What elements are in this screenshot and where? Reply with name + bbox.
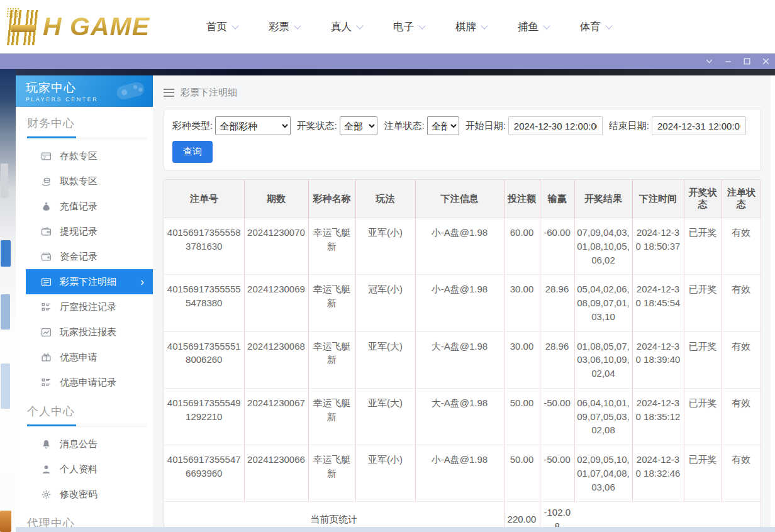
sidebar-item-label: 优惠申请记录 (60, 377, 116, 389)
table-cell: 亚军(小) (355, 445, 415, 502)
sidebar-item[interactable]: 资金记录 (16, 244, 153, 269)
table-cell: 已开奖 (684, 275, 722, 331)
sidebar-section-title: 财务中心 (16, 107, 153, 131)
query-button[interactable]: 查询 (172, 141, 213, 163)
window-controls (705, 53, 770, 69)
sidebar-item-label: 修改密码 (60, 489, 98, 501)
table-row: 40156917355549129221020241230067幸运飞艇新亚军(… (164, 388, 761, 445)
nav-item-label: 电子 (393, 20, 414, 34)
window-close-icon[interactable] (762, 57, 770, 65)
table-cell: 28.96 (540, 275, 574, 331)
page-title: 彩票下注明细 (181, 87, 237, 99)
table-cell: 幸运飞艇新 (308, 275, 355, 331)
bets-table: 注单号期数彩种名称玩法下注信息投注额输赢开奖结果下注时间开奖状态注单状态4015… (164, 180, 761, 527)
logo-mark-icon (6, 9, 42, 45)
sidebar-item[interactable]: 修改密码 (16, 482, 153, 507)
filter-panel: 彩种类型: 全部彩种 开奖状态: 全部 注单状态: 全部 开始日期: 结束日期:… (164, 109, 761, 170)
nav-item-1[interactable]: 彩票 (269, 20, 300, 34)
summary-cell: 220.00 (504, 502, 540, 527)
table-cell: -50.00 (540, 388, 574, 445)
window-maximize-icon[interactable] (743, 57, 751, 65)
sidebar-item-label: 彩票下注明细 (60, 276, 116, 288)
table-cell: 50.00 (504, 445, 540, 502)
nav-item-3[interactable]: 电子 (393, 20, 425, 34)
column-header: 开奖结果 (574, 180, 632, 218)
table-row: 40156917355547669396020241230066幸运飞艇新亚军(… (164, 445, 761, 502)
table-row: 40156917355555547838020241230069幸运飞艇新冠军(… (164, 275, 761, 331)
nav-item-5[interactable]: 捕鱼 (518, 20, 549, 34)
sidebar-item[interactable]: 彩票下注明细› (26, 269, 153, 294)
hamburger-icon[interactable] (164, 89, 174, 97)
nav-item-2[interactable]: 真人 (331, 20, 362, 34)
sidebar-item[interactable]: 优惠申请 (16, 345, 153, 370)
breadcrumb: 彩票下注明细 (164, 84, 761, 101)
hall-record-icon (41, 302, 52, 313)
logo-text: H GAME (43, 12, 150, 42)
sidebar-item[interactable]: 提现记录 (16, 219, 153, 244)
sidebar-item-label: 优惠申请 (60, 352, 98, 363)
window-minimize-icon[interactable] (724, 57, 732, 65)
sidebar-item-label: 提现记录 (60, 226, 98, 238)
column-header: 注单号 (164, 180, 244, 218)
lottery-detail-icon (41, 277, 52, 287)
sidebar-item[interactable]: 玩家投注报表 (16, 319, 153, 345)
table-cell: 已开奖 (684, 331, 722, 388)
sidebar-section-title: 代理中心 (16, 507, 153, 527)
nav-item-4[interactable]: 棋牌 (455, 20, 487, 34)
table-cell: 01,08,05,07,03,06,10,09,02,04 (574, 331, 632, 388)
page-banner-strip (16, 69, 775, 75)
nav-item-6[interactable]: 体育 (580, 20, 611, 34)
section-underline (27, 136, 147, 138)
table-cell: 06,04,10,01,09,07,05,03,02,08 (574, 388, 632, 445)
nav-item-0[interactable]: 首页 (206, 20, 238, 34)
chevron-down-icon (481, 22, 488, 29)
order-status-select[interactable]: 全部 (427, 116, 459, 135)
summary-row: 当前页统计220.00-102.08 (164, 502, 761, 527)
table-cell: 2024-12-30 18:50:37 (632, 218, 684, 275)
table-cell: 幸运飞艇新 (308, 218, 355, 275)
table-cell: 有效 (722, 445, 761, 502)
column-header: 下注时间 (632, 180, 684, 218)
column-header: 彩种名称 (308, 180, 355, 218)
table-cell: 大-A盘@1.98 (415, 388, 504, 445)
table-cell: 20241230068 (244, 331, 308, 388)
table-cell: 30.00 (504, 275, 540, 331)
sidebar-item-label: 资金记录 (60, 251, 98, 263)
window-right-edge (771, 75, 775, 527)
sidebar-item[interactable]: 个人资料 (16, 457, 153, 482)
table-cell: 已开奖 (684, 218, 722, 275)
table-cell: 已开奖 (684, 388, 722, 445)
draw-status-select[interactable]: 全部 (340, 116, 378, 135)
lottery-type-select[interactable]: 全部彩种 (215, 116, 290, 135)
logo[interactable]: H GAME (8, 9, 176, 45)
window-collapse-icon[interactable] (705, 57, 713, 65)
gear-icon (41, 489, 52, 500)
start-date-input[interactable] (508, 116, 603, 135)
summary-cell: -102.08 (540, 502, 574, 527)
sidebar-item[interactable]: 充值记录 (16, 194, 153, 219)
table-cell: 20241230066 (244, 445, 308, 502)
sidebar-item[interactable]: 厅室投注记录 (16, 294, 153, 319)
table-cell: 07,09,04,03,01,08,10,05,06,02 (574, 218, 632, 275)
end-date-label: 结束日期: (609, 120, 649, 132)
table-cell: 有效 (722, 331, 761, 388)
order-status-label: 注单状态: (384, 120, 424, 132)
sidebar-item[interactable]: 消息公告 (16, 431, 153, 457)
table-cell: 05,04,02,06,08,09,07,01,03,10 (574, 275, 632, 331)
summary-cell: 当前页统计 (164, 502, 504, 527)
sidebar-item[interactable]: 取款专区 (16, 169, 153, 194)
table-cell: 2024-12-30 18:45:54 (632, 275, 684, 331)
table-cell: -50.00 (540, 445, 574, 502)
sidebar-item[interactable]: 存款专区 (16, 143, 153, 169)
table-cell: 已开奖 (684, 445, 722, 502)
table-cell: 28.96 (540, 331, 574, 388)
table-cell: -60.00 (540, 218, 574, 275)
table-cell: 有效 (722, 388, 761, 445)
table-cell: 幸运飞艇新 (308, 388, 355, 445)
nav-item-label: 捕鱼 (518, 20, 538, 34)
withdraw-icon (41, 176, 52, 187)
end-date-input[interactable] (652, 116, 746, 135)
nav-item-label: 体育 (580, 20, 601, 34)
sidebar-item[interactable]: 优惠申请记录 (16, 370, 153, 395)
sidebar-item-label: 玩家投注报表 (60, 326, 116, 338)
